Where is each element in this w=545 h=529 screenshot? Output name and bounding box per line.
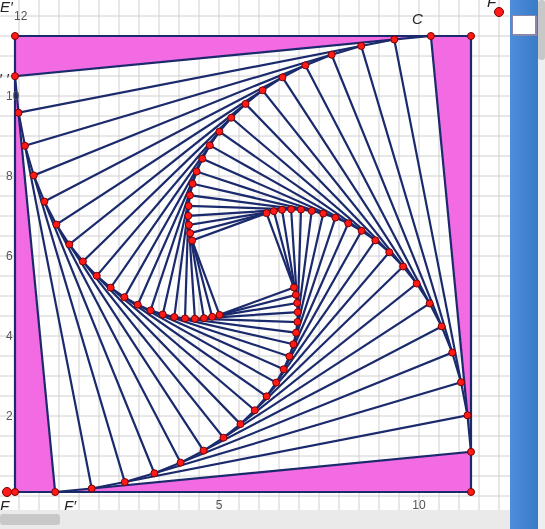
svg-point-152	[270, 208, 277, 215]
svg-marker-61	[69, 90, 416, 437]
svg-point-158	[216, 311, 223, 318]
svg-point-151	[292, 291, 299, 298]
svg-point-156	[263, 210, 270, 217]
svg-point-138	[171, 314, 178, 321]
svg-point-78	[12, 33, 19, 40]
svg-point-111	[251, 407, 258, 414]
svg-point-150	[200, 315, 207, 322]
svg-point-139	[294, 318, 301, 325]
svg-point-94	[30, 172, 37, 179]
svg-point-128	[332, 214, 339, 221]
svg-point-92	[449, 349, 456, 356]
svg-marker-65	[124, 145, 361, 382]
svg-marker-59	[44, 65, 441, 462]
svg-point-143	[294, 309, 301, 316]
svg-point-115	[263, 393, 270, 400]
svg-point-136	[308, 207, 315, 214]
svg-point-122	[121, 294, 128, 301]
svg-point-134	[159, 311, 166, 318]
svg-point-114	[93, 272, 100, 279]
svg-point-129	[193, 168, 200, 175]
svg-point-121	[206, 142, 213, 149]
vertical-scrollbar[interactable]	[538, 0, 545, 529]
svg-marker-64	[111, 132, 376, 397]
svg-marker-71	[188, 209, 297, 318]
svg-point-97	[302, 62, 309, 69]
svg-point-155	[290, 284, 297, 291]
svg-point-153	[187, 230, 194, 237]
svg-point-124	[345, 220, 352, 227]
svg-marker-63	[97, 118, 390, 411]
svg-point-117	[216, 128, 223, 135]
plot-canvas[interactable]: 246810 510 12 E′ F C ′ ′ F F′	[0, 0, 510, 510]
y-tick-label: 4	[6, 329, 13, 343]
svg-point-75	[12, 489, 19, 496]
svg-point-81	[427, 33, 434, 40]
svg-point-90	[21, 142, 28, 149]
svg-point-102	[53, 221, 60, 228]
svg-point-133	[189, 180, 196, 187]
svg-point-126	[134, 301, 141, 308]
svg-point-141	[185, 203, 192, 210]
svg-point-131	[290, 341, 297, 348]
svg-marker-72	[189, 210, 297, 318]
svg-point-112	[386, 249, 393, 256]
svg-point-109	[242, 100, 249, 107]
svg-point-140	[297, 206, 304, 213]
svg-point-84	[464, 412, 471, 419]
label-E-prime: E′	[0, 0, 13, 15]
y-tick-label: 10	[6, 89, 19, 103]
svg-point-96	[438, 323, 445, 330]
svg-marker-60	[56, 77, 429, 450]
label-F-top: F	[487, 0, 496, 10]
svg-point-137	[186, 192, 193, 199]
svg-point-106	[66, 241, 73, 248]
svg-point-125	[199, 155, 206, 162]
svg-point-82	[12, 73, 19, 80]
svg-point-86	[15, 109, 22, 116]
svg-point-148	[279, 206, 286, 213]
y-tick-label: 2	[6, 409, 13, 423]
y-tick-label: 6	[6, 249, 13, 263]
svg-point-105	[259, 87, 266, 94]
svg-point-157	[189, 237, 196, 244]
svg-point-89	[358, 42, 365, 49]
vertical-scrollbar-thumb[interactable]	[538, 0, 545, 60]
svg-point-80	[468, 448, 475, 455]
right-sidebar: 050_	[510, 0, 545, 529]
svg-point-91	[151, 470, 158, 477]
svg-marker-58	[34, 55, 452, 473]
svg-point-107	[237, 421, 244, 428]
svg-point-79	[52, 489, 59, 496]
horizontal-scrollbar[interactable]	[0, 510, 510, 529]
svg-point-144	[288, 206, 295, 213]
plot-svg	[0, 0, 510, 510]
svg-point-85	[391, 36, 398, 43]
svg-point-123	[280, 366, 287, 373]
label-double-prime: ′ ′	[0, 70, 9, 87]
svg-point-146	[191, 315, 198, 322]
svg-point-100	[426, 300, 433, 307]
label-C: C	[412, 10, 423, 27]
svg-point-76	[468, 489, 475, 496]
svg-point-119	[273, 379, 280, 386]
svg-point-160	[3, 488, 12, 497]
svg-point-99	[200, 447, 207, 454]
svg-point-95	[177, 459, 184, 466]
svg-point-147	[294, 300, 301, 307]
svg-point-132	[320, 210, 327, 217]
svg-marker-73	[190, 211, 296, 317]
y-tick-label: 8	[6, 169, 13, 183]
axis-top-value: 12	[14, 9, 27, 23]
sidebar-thumbnail-icon[interactable]	[512, 15, 536, 35]
svg-point-83	[88, 485, 95, 492]
svg-point-98	[41, 198, 48, 205]
svg-point-118	[107, 284, 114, 291]
svg-point-142	[182, 315, 189, 322]
svg-point-77	[468, 33, 475, 40]
svg-point-93	[328, 51, 335, 58]
horizontal-scrollbar-thumb[interactable]	[0, 514, 60, 525]
svg-point-110	[79, 258, 86, 265]
svg-point-145	[185, 212, 192, 219]
svg-point-154	[209, 313, 216, 320]
